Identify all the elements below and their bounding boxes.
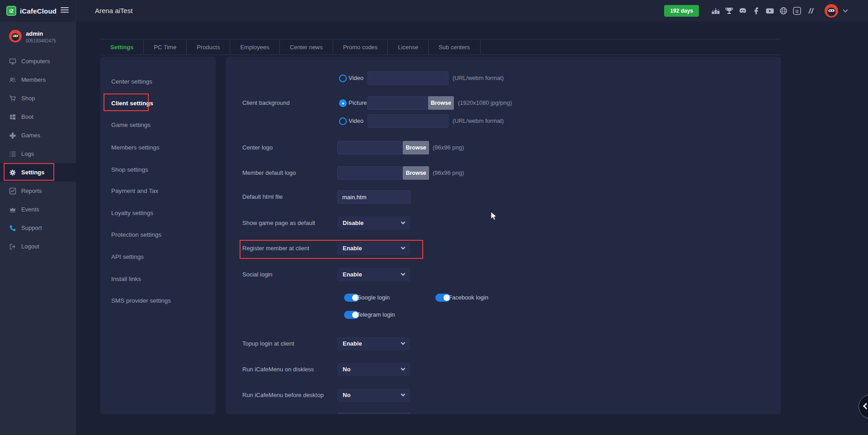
video-url-input[interactable]: [368, 114, 448, 128]
gamepad-icon: [9, 132, 16, 139]
sidebar-item-label: Shop: [21, 95, 35, 102]
show-game-page-select[interactable]: Disable: [337, 216, 410, 230]
center-logo-input[interactable]: [337, 141, 403, 154]
monitor-icon: [9, 58, 16, 65]
trophy-icon[interactable]: [725, 6, 734, 15]
sidebar-item-reports[interactable]: Reports: [0, 182, 76, 200]
tab-pc-time[interactable]: PC Time: [144, 40, 187, 55]
social-login-select[interactable]: Enable: [337, 268, 410, 281]
layers-icon[interactable]: [806, 6, 815, 15]
profile-chevron-down-icon[interactable]: [843, 7, 848, 12]
license-days-badge[interactable]: 192 days: [664, 5, 699, 17]
sidebar-item-label: Logout: [21, 243, 39, 250]
video-radio-label: Video: [349, 71, 363, 85]
client-settings-form: Video (URL/webm format) Client backgroun…: [226, 56, 781, 414]
sidebar: admin 005193482475 Computers Members Sho…: [0, 22, 76, 435]
tab-promo-codes[interactable]: Promo codes: [333, 40, 388, 55]
social-login-value: Enable: [343, 271, 362, 278]
topup-login-select[interactable]: Enable: [337, 337, 410, 351]
settings-nav-protection-settings[interactable]: Protection settings: [111, 230, 161, 239]
sidebar-item-label: Events: [21, 206, 39, 213]
phone-icon: [9, 225, 16, 232]
sidebar-item-games[interactable]: Games: [0, 126, 76, 145]
settings-nav-center-settings[interactable]: Center settings: [111, 77, 152, 86]
settings-nav-loyalty-settings[interactable]: Loyalty settings: [111, 209, 153, 218]
member-default-logo-input[interactable]: [337, 166, 403, 180]
default-html-file-input[interactable]: [337, 190, 410, 204]
chevron-down-icon: [401, 271, 406, 276]
run-icafemenu-before-desktop-value: No: [343, 392, 350, 398]
settings-nav-install-links[interactable]: Install links: [111, 275, 141, 284]
discord-icon[interactable]: [738, 6, 747, 15]
member-default-logo-browse-button[interactable]: Browse: [403, 166, 429, 180]
top-bar: i2 iCafeCloud Arena aiTest 192 days: [0, 0, 868, 22]
video-radio[interactable]: [339, 117, 347, 125]
user-avatar[interactable]: [825, 4, 838, 18]
sidebar-item-settings[interactable]: Settings: [0, 163, 76, 182]
settings-nav-game-settings[interactable]: Game settings: [111, 121, 151, 130]
register-member-value: Enable: [343, 245, 362, 252]
tab-employees[interactable]: Employees: [230, 40, 279, 55]
sidebar-item-shop[interactable]: Shop: [0, 89, 76, 108]
chevron-down-icon: [401, 392, 406, 397]
chevron-down-icon: [401, 366, 406, 371]
video-url-input-top[interactable]: [368, 71, 448, 85]
youtube-icon[interactable]: [765, 6, 774, 15]
tab-settings[interactable]: Settings: [100, 40, 144, 55]
settings-nav-sms-provider-settings[interactable]: SMS provider settings: [111, 296, 171, 305]
run-icafemenu-before-desktop-select[interactable]: No: [337, 388, 410, 402]
sidebar-item-label: Boot: [21, 113, 33, 120]
video-radio-label: Video: [349, 114, 363, 128]
register-member-select[interactable]: Enable: [337, 242, 410, 255]
client-background-label: Client background: [242, 96, 290, 110]
center-logo-browse-button[interactable]: Browse: [403, 141, 429, 154]
collapse-panel-button[interactable]: [859, 394, 868, 419]
user-name: admin: [26, 30, 56, 37]
picture-file-input[interactable]: [368, 96, 428, 110]
video-format-hint: (URL/webm format): [453, 71, 504, 85]
picture-radio[interactable]: [339, 99, 347, 107]
gear-icon: [9, 169, 16, 176]
sidebar-item-computers[interactable]: Computers: [0, 52, 76, 70]
sidebar-item-label: Members: [21, 76, 46, 83]
settings-nav-shop-settings[interactable]: Shop settings: [111, 165, 148, 174]
settings-nav-client-settings[interactable]: Client settings: [111, 99, 153, 108]
run-icafemenu-before-desktop-label: Run iCafeMenu before desktop: [242, 388, 324, 402]
video-radio-top[interactable]: [339, 75, 347, 82]
app-name: iCafeCloud: [20, 7, 57, 15]
sidebar-item-support[interactable]: Support: [0, 219, 76, 237]
globe-icon[interactable]: [779, 6, 788, 15]
list-icon: [9, 150, 16, 158]
member-default-logo-hint: (96x96 png): [433, 166, 464, 180]
sidebar-user[interactable]: admin 005193482475: [9, 30, 56, 43]
topbar-right: 192 days i2: [664, 0, 847, 22]
leaderboard-icon[interactable]: [711, 6, 720, 15]
sidebar-item-label: Games: [21, 132, 40, 139]
cart-icon: [9, 95, 16, 102]
brand: i2 iCafeCloud: [6, 0, 57, 22]
settings-nav-members-settings[interactable]: Members settings: [111, 143, 160, 152]
sidebar-item-members[interactable]: Members: [0, 70, 76, 89]
facebook-icon[interactable]: [752, 6, 761, 15]
settings-nav-api-settings[interactable]: API settings: [111, 253, 144, 262]
app-logo-icon: i2: [6, 6, 16, 16]
run-icafemenu-diskless-select[interactable]: No: [337, 363, 410, 376]
topup-login-value: Enable: [343, 340, 362, 347]
tab-license[interactable]: License: [388, 40, 429, 55]
tab-center-news[interactable]: Center news: [280, 40, 333, 55]
show-game-page-label: Show game page as default: [242, 216, 315, 230]
icafecloud-mark-icon[interactable]: i2: [793, 6, 802, 15]
tab-products[interactable]: Products: [187, 40, 230, 55]
sidebar-item-label: Computers: [21, 58, 50, 65]
picture-browse-button[interactable]: Browse: [428, 96, 454, 110]
sidebar-item-events[interactable]: Events: [0, 200, 76, 219]
sidebar-item-logs[interactable]: Logs: [0, 145, 76, 163]
sidebar-toggle-icon[interactable]: [61, 7, 69, 14]
sidebar-item-boot[interactable]: Boot: [0, 108, 76, 126]
sidebar-item-logout[interactable]: Logout: [0, 237, 76, 256]
run-icafemenu-diskless-label: Run iCafeMenu on diskless: [242, 363, 314, 376]
settings-nav-payment-and-tax[interactable]: Payment and Tax: [111, 187, 158, 196]
chevron-down-icon: [401, 220, 406, 225]
center-logo-hint: (96x96 png): [433, 141, 464, 154]
tab-sub-centers[interactable]: Sub centers: [429, 40, 480, 55]
